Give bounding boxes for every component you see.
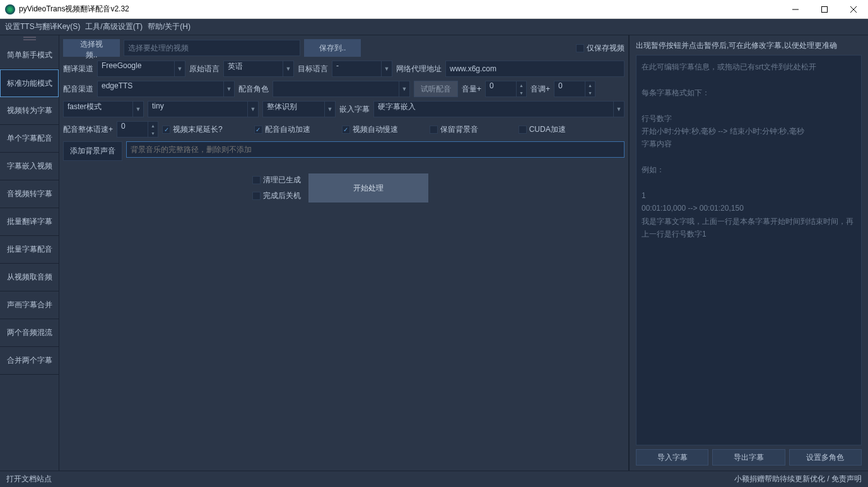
only-save-video-checkbox[interactable]: 仅保存视频: [576, 43, 625, 54]
chevron-down-icon[interactable]: ▼: [283, 61, 294, 77]
multi-role-button[interactable]: 设置多角色: [789, 449, 862, 466]
maximize-button[interactable]: [810, 0, 839, 19]
donate-link[interactable]: 小额捐赠帮助待续更新优化 / 免责声明: [734, 474, 862, 484]
dub-channel-select[interactable]: edgeTTS: [97, 81, 223, 97]
chevron-down-icon[interactable]: ▼: [381, 61, 392, 77]
svg-rect-1: [822, 6, 828, 12]
cuda-checkbox[interactable]: CUDA加速: [519, 124, 566, 135]
main-panel: 选择视频.. 选择要处理的视频 保存到.. 仅保存视频 翻译渠道 FreeGoo…: [59, 35, 628, 471]
dub-channel-label: 配音渠道: [63, 84, 93, 95]
select-video-button[interactable]: 选择视频..: [63, 39, 120, 57]
titlebar: pyVideoTrans视频翻译配音v2.32: [0, 0, 868, 19]
only-save-label: 仅保存视频: [587, 43, 625, 54]
app-icon: [5, 4, 15, 15]
auto-speed-up-checkbox[interactable]: 配音自动加速: [254, 124, 310, 135]
menu-help[interactable]: 帮助/关于(H): [148, 21, 191, 32]
keep-bgm-checkbox[interactable]: 保留背景音: [430, 124, 478, 135]
pitch-stepper[interactable]: 0▲▼: [554, 81, 595, 97]
embed-sub-select[interactable]: 硬字幕嵌入: [373, 101, 613, 117]
source-lang-select[interactable]: 英语: [223, 61, 283, 77]
pitch-label: 音调+: [531, 84, 550, 95]
dub-role-select[interactable]: [273, 81, 399, 97]
chevron-down-icon[interactable]: ▼: [324, 101, 336, 117]
chevron-down-icon[interactable]: ▼: [223, 81, 235, 97]
translate-channel-select[interactable]: FreeGoogle: [97, 61, 174, 77]
chevron-down-icon[interactable]: ▼: [174, 61, 185, 77]
sidebar-simple-mode[interactable]: 简单新手模式: [0, 42, 59, 69]
proxy-input[interactable]: [445, 61, 625, 77]
sidebar: 简单新手模式 标准功能模式 视频转为字幕 单个字幕配音 字幕嵌入视频 音视频转字…: [0, 35, 59, 471]
sidebar-av-to-sub[interactable]: 音视频转字幕: [0, 180, 59, 208]
clean-generated-checkbox[interactable]: 清理已生成: [252, 175, 301, 185]
subtitle-panel: 出现暂停按钮并点击暂停后,可在此修改字幕,以便处理更准确 在此可编辑字幕信息，或…: [628, 35, 868, 471]
target-lang-select[interactable]: -: [332, 61, 381, 77]
subtitle-editor[interactable]: 在此可编辑字幕信息，或拖动已有srt文件到此处松开 每条字幕格式如下： 行号数字…: [636, 55, 862, 445]
chevron-down-icon[interactable]: ▼: [247, 101, 259, 117]
statusbar: 打开文档站点 小额捐赠帮助待续更新优化 / 免责声明: [0, 471, 868, 487]
menu-tts[interactable]: 设置TTS与翻译Key(S): [5, 21, 80, 32]
extend-end-checkbox[interactable]: 视频末尾延长?: [162, 124, 223, 135]
volume-label: 音量+: [462, 84, 481, 95]
sidebar-embed-sub[interactable]: 字幕嵌入视频: [0, 153, 59, 180]
sidebar-merge-avs[interactable]: 声画字幕合并: [0, 291, 59, 319]
sidebar-extract-audio[interactable]: 从视频取音频: [0, 264, 59, 291]
sidebar-batch-dub[interactable]: 批量字幕配音: [0, 236, 59, 264]
translate-channel-label: 翻译渠道: [63, 64, 93, 74]
embed-sub-label: 嵌入字幕: [339, 104, 370, 115]
dub-role-label: 配音角色: [238, 84, 269, 95]
sidebar-single-dub[interactable]: 单个字幕配音: [0, 125, 59, 153]
chevron-down-icon[interactable]: ▼: [613, 101, 625, 117]
bg-sound-input[interactable]: [126, 141, 625, 158]
shutdown-after-checkbox[interactable]: 完成后关机: [252, 191, 301, 201]
subtitle-tip: 出现暂停按钮并点击暂停后,可在此修改字幕,以便处理更准确: [636, 40, 862, 51]
volume-stepper[interactable]: 0▲▼: [485, 81, 527, 97]
minimize-button[interactable]: [781, 0, 810, 19]
try-dub-button[interactable]: 试听配音: [414, 81, 458, 97]
speed-label: 配音整体语速+: [63, 124, 113, 135]
speed-stepper[interactable]: 0▲▼: [117, 121, 158, 138]
sidebar-mix-audio[interactable]: 两个音频混流: [0, 319, 59, 347]
menu-tools[interactable]: 工具/高级设置(T): [85, 21, 143, 32]
bg-sound-label: 添加背景声音: [63, 141, 122, 161]
sidebar-standard-mode[interactable]: 标准功能模式: [0, 69, 59, 97]
export-sub-button[interactable]: 导出字幕: [712, 449, 785, 466]
auto-slow-checkbox[interactable]: 视频自动慢速: [342, 124, 398, 135]
proxy-label: 网络代理地址: [396, 64, 442, 74]
sidebar-batch-translate[interactable]: 批量翻译字幕: [0, 208, 59, 236]
sidebar-merge-sub[interactable]: 合并两个字幕: [0, 347, 59, 375]
source-lang-label: 原始语言: [189, 64, 220, 74]
window-title: pyVideoTrans视频翻译配音v2.32: [19, 4, 781, 15]
docs-link[interactable]: 打开文档站点: [6, 474, 734, 484]
import-sub-button[interactable]: 导入字幕: [636, 449, 708, 466]
chevron-down-icon[interactable]: ▼: [399, 81, 410, 97]
video-path-display: 选择要处理的视频: [124, 40, 300, 56]
sidebar-video-to-sub[interactable]: 视频转为字幕: [0, 97, 59, 125]
start-process-button[interactable]: 开始处理: [308, 173, 428, 202]
save-to-button[interactable]: 保存到..: [304, 39, 361, 57]
mode-select[interactable]: faster模式: [63, 101, 132, 117]
close-button[interactable]: [839, 0, 868, 19]
target-lang-label: 目标语言: [298, 64, 328, 74]
chevron-down-icon[interactable]: ▼: [132, 101, 144, 117]
menubar: 设置TTS与翻译Key(S) 工具/高级设置(T) 帮助/关于(H): [0, 19, 868, 35]
sidebar-grip[interactable]: [0, 35, 59, 42]
model-select[interactable]: tiny: [148, 101, 247, 117]
recognition-select[interactable]: 整体识别: [262, 101, 324, 117]
